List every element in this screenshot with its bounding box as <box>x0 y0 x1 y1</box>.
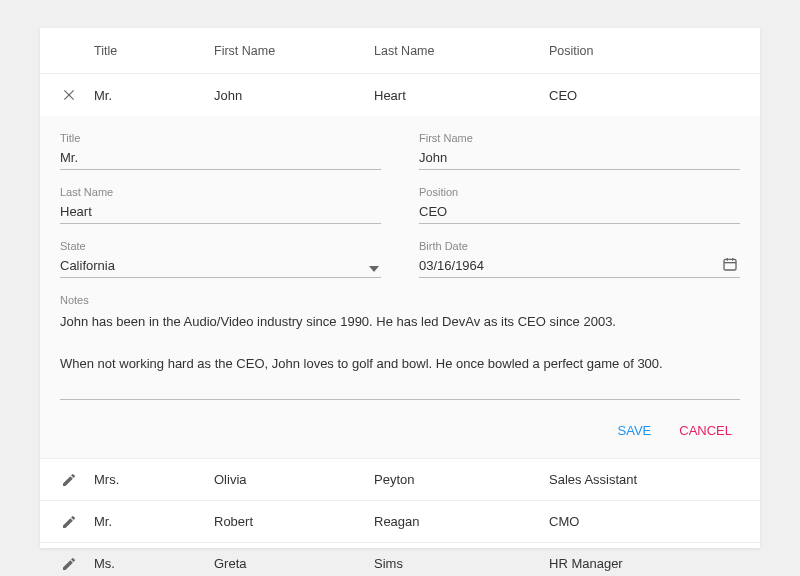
column-headers: Title First Name Last Name Position <box>40 28 760 74</box>
title-field[interactable] <box>60 146 381 170</box>
cell-last-name: Heart <box>374 88 549 103</box>
edit-icon[interactable] <box>60 555 78 573</box>
first-name-label: First Name <box>419 132 740 144</box>
cell-title: Mr. <box>94 514 214 529</box>
cell-first-name: John <box>214 88 374 103</box>
edit-form: Title First Name Last Name Position Stat… <box>40 116 760 459</box>
last-name-field[interactable] <box>60 200 381 224</box>
save-button[interactable]: SAVE <box>618 423 652 438</box>
header-first-name[interactable]: First Name <box>214 44 374 58</box>
edit-icon[interactable] <box>60 513 78 531</box>
header-last-name[interactable]: Last Name <box>374 44 549 58</box>
cell-position: CMO <box>549 514 740 529</box>
svg-rect-2 <box>724 259 736 270</box>
cancel-button[interactable]: CANCEL <box>679 423 732 438</box>
notes-field[interactable] <box>60 308 740 400</box>
state-select[interactable] <box>60 254 381 278</box>
form-actions: SAVE CANCEL <box>60 413 740 454</box>
table-row: Ms.GretaSimsHR Manager <box>40 543 760 576</box>
cell-position: CEO <box>549 88 740 103</box>
cell-first-name: Olivia <box>214 472 374 487</box>
cell-title: Ms. <box>94 556 214 571</box>
cell-last-name: Peyton <box>374 472 549 487</box>
header-position[interactable]: Position <box>549 44 740 58</box>
table-row: Mr.RobertReaganCMO <box>40 501 760 543</box>
birth-date-field[interactable] <box>419 254 740 278</box>
employee-grid: Title First Name Last Name Position Mr. … <box>40 28 760 548</box>
cell-position: Sales Assistant <box>549 472 740 487</box>
cell-last-name: Reagan <box>374 514 549 529</box>
first-name-field[interactable] <box>419 146 740 170</box>
birth-date-label: Birth Date <box>419 240 740 252</box>
cell-first-name: Greta <box>214 556 374 571</box>
title-label: Title <box>60 132 381 144</box>
last-name-label: Last Name <box>60 186 381 198</box>
notes-label: Notes <box>60 294 740 306</box>
position-label: Position <box>419 186 740 198</box>
close-icon[interactable] <box>60 86 78 104</box>
cell-title: Mr. <box>94 88 214 103</box>
table-row: Mrs.OliviaPeytonSales Assistant <box>40 459 760 501</box>
calendar-icon[interactable] <box>722 256 738 272</box>
chevron-down-icon[interactable] <box>369 266 379 272</box>
table-row: Mr. John Heart CEO <box>40 74 760 116</box>
header-title[interactable]: Title <box>94 44 214 58</box>
state-label: State <box>60 240 381 252</box>
cell-title: Mrs. <box>94 472 214 487</box>
cell-position: HR Manager <box>549 556 740 571</box>
position-field[interactable] <box>419 200 740 224</box>
cell-last-name: Sims <box>374 556 549 571</box>
edit-icon[interactable] <box>60 471 78 489</box>
cell-first-name: Robert <box>214 514 374 529</box>
